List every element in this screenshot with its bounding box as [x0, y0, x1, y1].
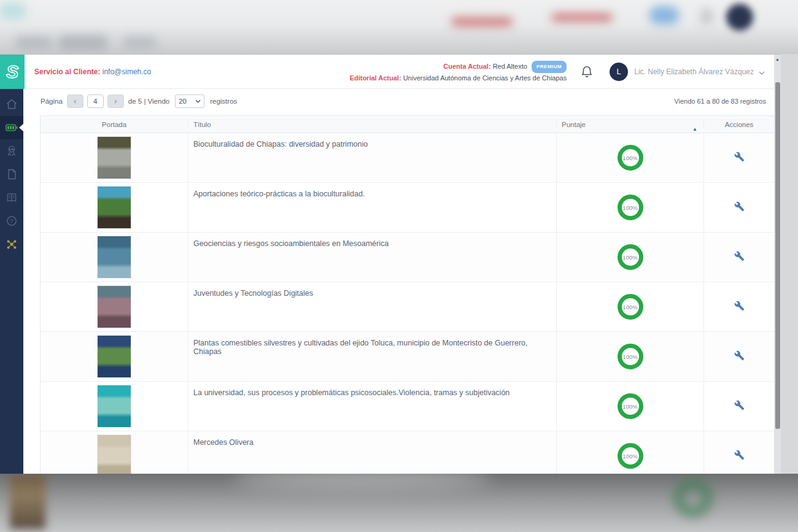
user-avatar[interactable]: L — [610, 63, 628, 81]
column-header-acciones[interactable]: Acciones — [703, 121, 774, 128]
book-title: Plantas comestibles silvestres y cultiva… — [193, 339, 527, 356]
blurred-menu-shape — [15, 37, 52, 50]
column-header-titulo[interactable]: Título — [188, 121, 556, 128]
cell-puntaje: 100% — [556, 332, 703, 381]
cell-portada — [41, 332, 188, 381]
service-email-link[interactable]: info@simeh.co — [103, 67, 152, 76]
home-icon — [6, 98, 18, 110]
edit-wrench-button[interactable] — [731, 199, 747, 215]
book-title: Geociencias y riesgos socioambientales e… — [193, 239, 389, 248]
table-body: Bioculturalidad de Chiapas: diversidad y… — [41, 133, 774, 474]
cell-acciones — [703, 382, 774, 431]
vertical-scrollbar[interactable]: ▲ — [774, 55, 781, 474]
book-cover-image[interactable] — [98, 187, 131, 228]
active-item-notch — [19, 124, 23, 131]
book-cover-image[interactable] — [98, 435, 131, 474]
book-cover-image[interactable] — [98, 137, 131, 179]
column-header-portada[interactable]: Portada — [41, 121, 188, 128]
sidebar-item-documents[interactable] — [0, 163, 23, 186]
column-header-puntaje[interactable]: Puntaje ▲ — [556, 121, 703, 128]
blurred-red-text — [451, 17, 513, 26]
network-icon — [6, 238, 18, 250]
blurred-bell-shape — [701, 9, 712, 25]
editorial-label: Editorial Actual: — [350, 74, 401, 82]
chevron-down-icon[interactable] — [759, 66, 765, 77]
wrench-icon — [734, 304, 745, 313]
edit-wrench-button[interactable] — [731, 349, 747, 364]
svg-text:?: ? — [10, 218, 14, 224]
app-header: S Servicio al Cliente: info@simeh.co Cue… — [0, 55, 781, 89]
service-label: Servicio al Cliente: — [34, 67, 100, 76]
edit-wrench-button[interactable] — [731, 448, 747, 464]
book-title: Bioculturalidad de Chiapas: diversidad y… — [193, 140, 368, 148]
edit-wrench-button[interactable] — [731, 150, 747, 166]
score-value: 100% — [622, 254, 637, 261]
prev-page-button[interactable]: ‹ — [67, 94, 83, 108]
page-number-input[interactable] — [87, 94, 104, 108]
cell-puntaje: 100% — [556, 233, 703, 282]
account-line: Cuenta Actual: Red Altexto PREMIUM — [350, 61, 567, 73]
book-cover-image[interactable] — [98, 336, 131, 377]
book-cover-image[interactable] — [98, 385, 131, 427]
cell-titulo: Aportaciones teórico-prácticas a la bioc… — [188, 183, 556, 232]
wrench-icon — [734, 155, 745, 164]
score-ring: 100% — [618, 443, 643, 469]
sidebar-item-dpa[interactable]: DPA. — [0, 139, 23, 163]
page-label: Página — [41, 98, 63, 105]
book-title: La universidad, sus procesos y problemát… — [193, 388, 509, 397]
scrollbar-up-arrow-icon[interactable]: ▲ — [775, 57, 780, 61]
blurred-score-ring — [674, 479, 712, 517]
main-content: Página ‹ › de 5 | Viendo 20 registros Vi… — [23, 89, 775, 474]
scrollbar-thumb[interactable] — [775, 82, 780, 429]
cell-puntaje: 100% — [556, 183, 703, 232]
sidebar-nav: DPA.? — [0, 89, 23, 474]
cell-portada — [41, 183, 188, 232]
editorial-value: Universidad Autónoma de Ciencias y Artes… — [403, 74, 567, 82]
help-icon: ? — [6, 215, 18, 227]
ribbon-icon: DPA. — [6, 145, 18, 157]
edit-wrench-button[interactable] — [731, 249, 747, 265]
sidebar-item-integrations[interactable] — [0, 233, 23, 256]
per-page-select[interactable]: 20 — [175, 94, 204, 108]
cell-puntaje: 100% — [556, 133, 703, 182]
pagination-bar: Página ‹ › de 5 | Viendo 20 registros Vi… — [23, 89, 775, 110]
registros-label: registros — [210, 98, 237, 105]
blurred-menu-shape — [123, 37, 157, 50]
blurred-teal-shape — [0, 2, 26, 20]
sidebar-item-home[interactable] — [0, 93, 23, 116]
book-icon — [6, 191, 18, 204]
sidebar-item-help[interactable]: ? — [0, 209, 23, 233]
cell-acciones — [703, 183, 774, 232]
cell-puntaje: 100% — [556, 282, 703, 331]
book-cover-image[interactable] — [98, 236, 131, 278]
blurred-menu-shape — [58, 36, 107, 52]
wrench-icon — [734, 453, 745, 462]
puntaje-label: Puntaje — [562, 121, 586, 128]
cell-acciones — [703, 133, 774, 182]
edit-wrench-button[interactable] — [731, 299, 747, 315]
sort-ascending-icon[interactable]: ▲ — [692, 126, 697, 132]
score-ring: 100% — [618, 145, 643, 171]
sidebar-item-library[interactable] — [0, 186, 23, 209]
edit-wrench-button[interactable] — [731, 398, 747, 414]
book-cover-image[interactable] — [98, 286, 131, 328]
next-page-button[interactable]: › — [107, 94, 124, 108]
score-value: 100% — [622, 155, 637, 161]
cell-puntaje: 100% — [556, 382, 703, 431]
table-row: La universidad, sus procesos y problemát… — [41, 382, 774, 431]
cell-acciones — [703, 233, 774, 282]
blurred-avatar-circle — [726, 4, 753, 31]
app-logo[interactable]: S — [0, 55, 25, 89]
table-row: Juventudes y Tecnologías Digitales100% — [41, 282, 774, 332]
score-value: 100% — [622, 304, 637, 310]
premium-badge: PREMIUM — [532, 61, 567, 73]
cell-titulo: Mercedes Olivera — [188, 431, 556, 474]
document-icon — [6, 168, 18, 180]
score-ring: 100% — [618, 393, 643, 419]
book-title: Mercedes Olivera — [193, 438, 254, 447]
sidebar-item-catalog[interactable] — [0, 116, 23, 139]
notifications-bell-icon[interactable] — [580, 65, 594, 79]
per-page-value: 20 — [179, 98, 187, 105]
cell-portada — [41, 282, 188, 331]
score-value: 100% — [622, 353, 637, 360]
